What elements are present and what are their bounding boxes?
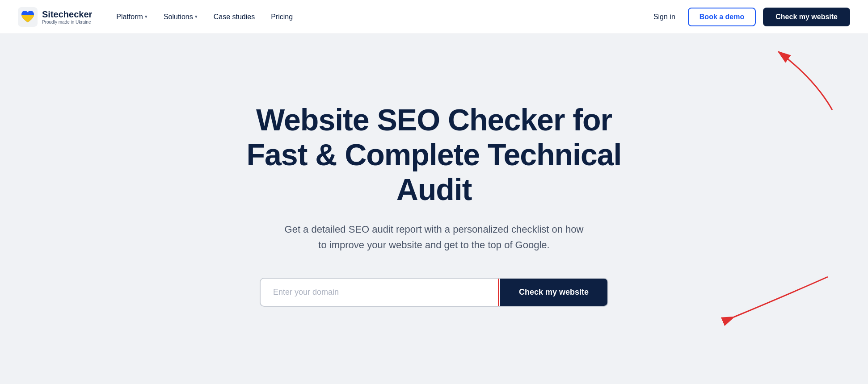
logo-title: Sitechecker <box>42 9 92 20</box>
annotation-arrow-bottom <box>662 268 832 330</box>
book-demo-button[interactable]: Book a demo <box>688 8 756 26</box>
logo-subtitle: Proudly made in Ukraine <box>42 20 92 25</box>
hero-title: Website SEO Checker for Fast & Complete … <box>233 102 635 207</box>
hero-subtitle: Get a detailed SEO audit report with a p… <box>282 221 586 253</box>
logo-icon <box>18 7 38 27</box>
logo-text: Sitechecker Proudly made in Ukraine <box>42 9 92 25</box>
nav-item-solutions[interactable]: Solutions ▾ <box>157 9 204 25</box>
nav-links: Platform ▾ Solutions ▾ Case studies Pric… <box>110 9 648 25</box>
check-website-nav-button[interactable]: Check my website <box>763 8 850 26</box>
chevron-down-icon: ▾ <box>195 14 198 20</box>
logo-link[interactable]: Sitechecker Proudly made in Ukraine <box>18 7 92 27</box>
nav-item-case-studies[interactable]: Case studies <box>207 9 261 25</box>
nav-item-pricing[interactable]: Pricing <box>265 9 299 25</box>
nav-right: Sign in Book a demo Check my website <box>648 8 850 26</box>
check-website-hero-button[interactable]: Check my website <box>500 279 607 306</box>
hero-section: Website SEO Checker for Fast & Complete … <box>0 34 868 384</box>
nav-case-studies-label: Case studies <box>214 13 255 21</box>
nav-item-platform[interactable]: Platform ▾ <box>110 9 154 25</box>
nav-platform-label: Platform <box>116 13 143 21</box>
nav-solutions-label: Solutions <box>164 13 193 21</box>
nav-pricing-label: Pricing <box>271 13 293 21</box>
signin-link[interactable]: Sign in <box>648 9 681 25</box>
chevron-down-icon: ▾ <box>145 14 147 20</box>
navbar: Sitechecker Proudly made in Ukraine Plat… <box>0 0 868 34</box>
domain-input[interactable] <box>261 279 500 306</box>
annotation-arrow-top <box>752 43 841 114</box>
hero-input-area: Check my website <box>260 278 608 307</box>
